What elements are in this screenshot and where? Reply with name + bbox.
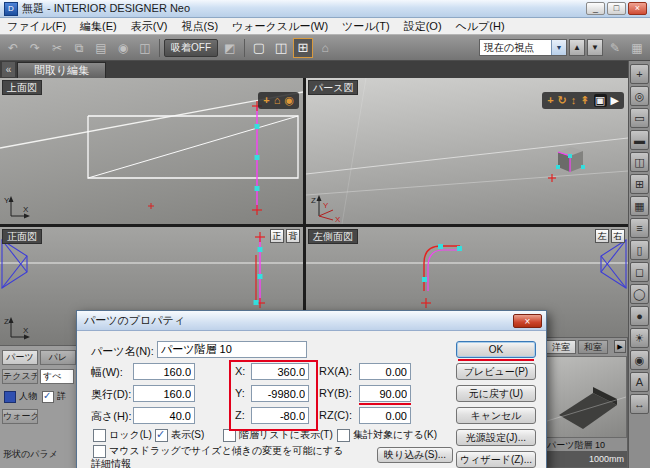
column-tool-button[interactable]: ▯ [630,240,649,260]
undo-button[interactable]: ↶ [3,38,23,58]
view-menu-item[interactable]: 表示(V) [124,18,175,35]
tab-parts[interactable]: パーツ [2,350,38,365]
mouse-drag-checkbox[interactable]: マウスドラッグでサイズと傾きの変更を可能にする [93,444,343,458]
tab-western-room[interactable]: 洋室 [546,340,576,354]
maximize-button[interactable]: □ [607,2,626,15]
back-face-button[interactable]: 背 [286,229,300,243]
left-face-button[interactable]: 左 [595,229,609,243]
depth-input[interactable] [133,385,195,402]
pan-tool-button[interactable]: + [630,64,649,84]
view-single-button[interactable]: ▢ [249,38,269,58]
camera-view-button[interactable]: ◉ [284,94,294,107]
text-tool-button[interactable]: A [630,372,649,392]
reflection-button[interactable]: 映り込み(S)... [377,447,453,463]
viewpoint-next-button[interactable]: ▼ [587,39,603,56]
move-view-button[interactable]: + [263,94,269,107]
tab-floorplan-edit[interactable]: 間取り編集 [17,62,106,78]
pos-x-input[interactable] [251,363,309,380]
viewpoint-menu-item[interactable]: 視点(S) [174,18,225,35]
light-tool-button[interactable]: ☀ [630,328,649,348]
view-quad-button[interactable]: ⊞ [293,38,313,58]
walkthrough-menu-item[interactable]: ウォークスルー(W) [225,18,335,35]
stairs-tool-button[interactable]: ≡ [630,218,649,238]
door-tool-button[interactable]: ◫ [630,152,649,172]
close-button[interactable]: × [628,2,647,15]
window-tool-button[interactable]: ⊞ [630,174,649,194]
edit-viewpoint-button[interactable]: ✎ [605,38,625,58]
elevate-view-button[interactable]: ↕ [571,94,577,107]
rot-z-input[interactable] [359,407,411,424]
tab-japanese-room[interactable]: 和室 [578,340,608,354]
pos-z-input[interactable] [251,407,309,424]
file-menu-item[interactable]: ファイル(F) [0,18,73,35]
lock-checkbox[interactable]: ロック(L) [93,428,152,442]
layer-list-checkbox[interactable]: 階層リストに表示(T) [223,428,333,442]
grid-button[interactable]: ▦ [627,38,647,58]
measure-tool-button[interactable]: ↔ [630,394,649,414]
home-view-button[interactable]: ⌂ [315,38,335,58]
redo-button[interactable]: ↷ [25,38,45,58]
part-name-input[interactable] [157,341,307,358]
part-preview-thumbnail[interactable] [546,356,627,438]
dialog-title-bar[interactable]: パーツのプロパティ [77,311,546,331]
view-dual-button[interactable]: ◫ [271,38,291,58]
snap-toggle-button[interactable]: 吸着OFF [164,39,218,57]
edit-menu-item[interactable]: 編集(E) [73,18,124,35]
zoom-tool-button[interactable]: ◎ [630,86,649,106]
floor-tool-button[interactable]: ▦ [630,196,649,216]
title-bar[interactable]: D 無題 - INTERIOR DESIGNER Neo _ □ × [0,0,650,18]
copy-button[interactable]: ⧉ [69,38,89,58]
cut-button[interactable]: ✂ [47,38,67,58]
height-input[interactable] [133,407,195,424]
tab-texture[interactable]: テクスチャ [2,369,38,384]
wall-tool-button[interactable]: ▬ [630,130,649,150]
viewpoint-select[interactable]: 現在の視点 ▼ [479,39,567,56]
tally-checkbox[interactable]: 集計対象にする(K) [337,428,437,442]
fit-view-button[interactable]: ▣ [594,94,607,107]
width-input[interactable] [133,363,195,380]
category-dropdown[interactable]: すべ [40,369,74,384]
settings-menu-item[interactable]: 設定(O) [397,18,449,35]
wizard-button[interactable]: ウィザード(Z)... [456,451,536,468]
pos-y-input[interactable] [251,385,309,402]
tools-menu-item[interactable]: ツール(T) [335,18,397,35]
collapse-panel-button[interactable]: « [2,62,15,77]
home-view-button[interactable]: ⌂ [274,94,281,107]
orbit-view-button[interactable]: ↻ [558,94,567,107]
front-face-button[interactable]: 正 [270,229,284,243]
detail-toggle[interactable]: 詳 [42,390,66,403]
camera-tool-button[interactable]: ◉ [630,350,649,370]
right-face-button[interactable]: 右 [611,229,625,243]
dialog-close-button[interactable]: × [513,314,542,328]
help-menu-item[interactable]: ヘルプ(H) [449,18,512,35]
ok-button[interactable]: OK [456,341,536,358]
revert-button[interactable]: 元に戻す(U) [456,385,536,402]
visible-checkbox[interactable]: 表示(S) [155,428,204,442]
pointer-mode-button[interactable]: ▶ [611,94,619,107]
minimize-button[interactable]: _ [586,2,605,15]
light-settings-button[interactable]: 光源設定(J)... [456,429,536,446]
paste-button[interactable]: ▤ [91,38,111,58]
box-tool-button[interactable]: ◻ [630,262,649,282]
preview-button[interactable]: プレビュー(P) [456,363,536,380]
tab-scroll-right-button[interactable]: ▶ [614,340,626,353]
rot-y-input[interactable] [359,385,411,402]
viewpoint-prev-button[interactable]: ▲ [569,39,585,56]
viewport-top-view[interactable]: 上面図 + ⌂ ◉ Y X [0,78,303,224]
detail-checkbox[interactable] [42,391,54,403]
capture-button[interactable]: ◉ [113,38,133,58]
viewport-perspective[interactable]: パース図 + ↻ ↕ ↟ ▣ ▶ Z Y X [306,78,628,224]
lock-button[interactable]: ◩ [220,38,240,58]
rot-x-input[interactable] [359,363,411,380]
move-view-button[interactable]: + [547,94,553,107]
person-toggle[interactable]: 人物 [4,390,37,403]
cylinder-tool-button[interactable]: ◯ [630,284,649,304]
walk-view-button[interactable]: ↟ [580,94,589,107]
detail-info-link[interactable]: 詳細情報 [91,457,131,468]
room-tool-button[interactable]: ▭ [630,108,649,128]
tab-palette[interactable]: パレ [40,350,76,365]
frame-button[interactable]: ◫ [135,38,155,58]
cancel-button[interactable]: キャンセル [456,407,536,424]
sphere-tool-button[interactable]: ● [630,306,649,326]
tab-walk[interactable]: ウォーク [2,409,38,424]
